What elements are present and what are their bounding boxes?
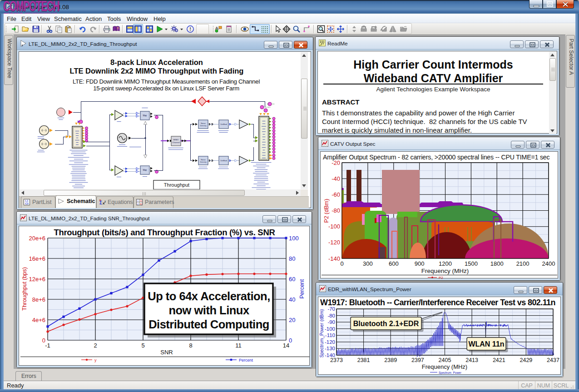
svg-text:2373: 2373 xyxy=(330,357,343,363)
svg-text:8e+6: 8e+6 xyxy=(32,296,45,303)
svg-text:Density: Density xyxy=(200,124,207,127)
svg-text:300: 300 xyxy=(363,260,373,267)
svg-text:42: 42 xyxy=(140,203,143,205)
svg-text:2421: 2421 xyxy=(493,357,505,363)
svg-text:Spectrum_Power (dBm): Spectrum_Power (dBm) xyxy=(319,309,324,358)
svg-text:P2 (dBm): P2 (dBm) xyxy=(323,199,330,223)
svg-text:2397: 2397 xyxy=(411,357,424,363)
svg-text:Up to 64x Acceleration,: Up to 64x Acceleration, xyxy=(148,290,270,303)
svg-text:-80: -80 xyxy=(327,313,335,318)
svg-text:-120: -120 xyxy=(328,239,340,246)
svg-text:SNR: SNR xyxy=(160,349,173,356)
svg-text:Distributed Computing: Distributed Computing xyxy=(148,318,269,331)
svg-text:Percent: Percent xyxy=(299,279,305,299)
svg-text:C3: C3 xyxy=(25,202,28,205)
svg-text:2429: 2429 xyxy=(520,357,532,363)
svg-text:1200: 1200 xyxy=(439,260,452,267)
svg-text:20: 20 xyxy=(289,317,295,323)
svg-text:8: 8 xyxy=(189,342,192,349)
svg-text:-110: -110 xyxy=(325,332,335,338)
svg-text:DeMod: DeMod xyxy=(220,159,227,162)
svg-text:-130: -130 xyxy=(325,346,335,351)
svg-text:Σ: Σ xyxy=(99,200,102,205)
svg-text:DeMod: DeMod xyxy=(220,123,227,125)
svg-text:!: ! xyxy=(189,26,191,32)
svg-text:-90: -90 xyxy=(327,319,335,325)
svg-text:-1: -1 xyxy=(45,342,50,349)
svg-text:LTE Downlink 2x2 MIMO Throughp: LTE Downlink 2x2 MIMO Throughput with Fa… xyxy=(70,67,244,75)
svg-text:Noise: Noise xyxy=(201,159,206,161)
svg-text:Spectrum_Power: Spectrum_Power xyxy=(439,371,462,375)
svg-text:Map: Map xyxy=(143,114,147,117)
svg-text:Throughput (bits/s) and Throug: Throughput (bits/s) and Throughput Fract… xyxy=(54,228,275,237)
svg-text:-100: -100 xyxy=(328,223,340,230)
svg-text:-40: -40 xyxy=(332,175,340,182)
svg-text:-70: -70 xyxy=(327,306,335,312)
svg-text:Throughput: Throughput xyxy=(164,182,189,188)
svg-text:Channel: Channel xyxy=(172,141,179,144)
svg-text:1800: 1800 xyxy=(490,260,504,267)
svg-text:LTE: FDD Downlink MIMO Through: LTE: FDD Downlink MIMO Throughput Measur… xyxy=(73,78,260,85)
svg-text:y: y xyxy=(94,358,97,362)
svg-text:2405: 2405 xyxy=(439,357,451,363)
svg-text:-20: -20 xyxy=(332,159,340,166)
svg-text:-100: -100 xyxy=(325,326,335,332)
svg-text:16e+6: 16e+6 xyxy=(29,255,45,262)
svg-text:-120: -120 xyxy=(325,339,335,345)
svg-text:2400: 2400 xyxy=(542,260,555,267)
svg-text:0: 0 xyxy=(340,260,343,267)
svg-text:12e+6: 12e+6 xyxy=(29,276,45,283)
svg-text:Map: Map xyxy=(143,169,147,171)
svg-text:Throughput (bps): Throughput (bps) xyxy=(21,267,28,311)
svg-text:80: 80 xyxy=(289,255,295,262)
svg-text:600: 600 xyxy=(389,260,399,267)
svg-text:Noise: Noise xyxy=(201,122,206,124)
svg-text:900: 900 xyxy=(415,260,425,267)
svg-text:2: 2 xyxy=(94,342,97,349)
svg-text:Frequency (MHz): Frequency (MHz) xyxy=(421,268,469,274)
svg-text:now with Linux: now with Linux xyxy=(168,304,249,317)
svg-text:1500: 1500 xyxy=(465,260,478,267)
svg-text:100: 100 xyxy=(289,235,299,242)
svg-text:2381: 2381 xyxy=(357,357,370,363)
svg-text:WLAN 11n: WLAN 11n xyxy=(468,340,504,348)
svg-text:8-pack Linux Acceleration: 8-pack Linux Acceleration xyxy=(110,58,203,66)
svg-text:-80: -80 xyxy=(332,207,340,214)
svg-text:11: 11 xyxy=(235,342,242,349)
svg-text:40: 40 xyxy=(289,296,295,303)
svg-text:?: ? xyxy=(117,26,119,30)
svg-text:4e+6: 4e+6 xyxy=(32,317,45,323)
svg-text:2413: 2413 xyxy=(465,357,478,363)
svg-text:5: 5 xyxy=(141,342,144,349)
svg-text:Bluetooth 2.1+EDR: Bluetooth 2.1+EDR xyxy=(353,320,419,327)
svg-text:15-point sweep Accelerated 8x: 15-point sweep Accelerated 8x on Linux L… xyxy=(93,85,239,92)
svg-text:-60: -60 xyxy=(332,191,340,198)
svg-text:21: 21 xyxy=(140,200,143,202)
svg-text:2100: 2100 xyxy=(516,260,530,267)
svg-text:-140: -140 xyxy=(328,255,340,262)
svg-text:W1917: Bluetooth -- Carrier/In: W1917: Bluetooth -- Carrier/Interference… xyxy=(320,298,555,307)
svg-text:MIMO: MIMO xyxy=(173,139,179,141)
svg-text:Frequency (MHz): Frequency (MHz) xyxy=(422,363,467,370)
svg-text:60: 60 xyxy=(289,276,295,283)
svg-text:20e+6: 20e+6 xyxy=(29,235,45,242)
svg-text:Density: Density xyxy=(200,161,207,163)
svg-text:14: 14 xyxy=(283,342,289,349)
svg-text:P2: P2 xyxy=(439,276,443,279)
svg-text:Percent: Percent xyxy=(239,358,253,362)
svg-text:2389: 2389 xyxy=(384,357,397,363)
svg-text:2: 2 xyxy=(104,200,106,203)
svg-text:2437: 2437 xyxy=(547,357,559,363)
svg-text:Amplifier Output Spectrum - 82: Amplifier Output Spectrum - 82 carriers,… xyxy=(323,154,550,161)
